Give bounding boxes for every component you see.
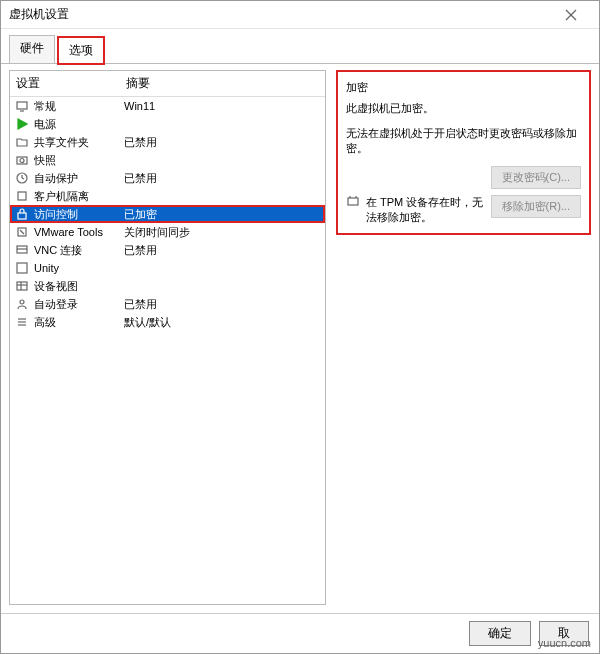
encryption-status: 此虚拟机已加密。 bbox=[346, 101, 581, 116]
item-summary: 已禁用 bbox=[124, 135, 321, 150]
camera-icon bbox=[14, 153, 30, 167]
unity-icon bbox=[14, 261, 30, 275]
detail-panel: 加密 此虚拟机已加密。 无法在虚拟机处于开启状态时更改密码或移除加密。 更改密码… bbox=[336, 70, 591, 605]
list-item[interactable]: VMware Tools关闭时间同步 bbox=[10, 223, 325, 241]
list-item[interactable]: 访问控制已加密 bbox=[10, 205, 325, 223]
item-summary: 已加密 bbox=[124, 207, 321, 222]
encryption-section: 加密 此虚拟机已加密。 无法在虚拟机处于开启状态时更改密码或移除加密。 更改密码… bbox=[336, 70, 591, 235]
settings-window: 虚拟机设置 硬件 选项 设置 摘要 常规Win11电源共享文件夹已禁用快照自动保… bbox=[0, 0, 600, 654]
remove-encryption-button: 移除加密(R)... bbox=[491, 195, 581, 218]
item-name: 共享文件夹 bbox=[34, 135, 124, 150]
list-item[interactable]: 高级默认/默认 bbox=[10, 313, 325, 331]
ok-button[interactable]: 确定 bbox=[469, 621, 531, 646]
change-password-button: 更改密码(C)... bbox=[491, 166, 581, 189]
tools-icon bbox=[14, 225, 30, 239]
close-icon bbox=[565, 9, 577, 21]
list-item[interactable]: 共享文件夹已禁用 bbox=[10, 133, 325, 151]
item-summary: Win11 bbox=[124, 100, 321, 112]
svg-rect-2 bbox=[17, 102, 27, 109]
advanced-icon bbox=[14, 315, 30, 329]
item-name: VNC 连接 bbox=[34, 243, 124, 258]
svg-rect-11 bbox=[18, 213, 26, 219]
titlebar: 虚拟机设置 bbox=[1, 1, 599, 29]
svg-line-13 bbox=[20, 230, 24, 234]
list-item[interactable]: 自动登录已禁用 bbox=[10, 295, 325, 313]
item-name: 自动登录 bbox=[34, 297, 124, 312]
login-icon bbox=[14, 297, 30, 311]
tab-options[interactable]: 选项 bbox=[57, 36, 105, 65]
list-header: 设置 摘要 bbox=[10, 71, 325, 97]
item-name: 快照 bbox=[34, 153, 124, 168]
settings-list-panel: 设置 摘要 常规Win11电源共享文件夹已禁用快照自动保护已禁用客户机隔离访问控… bbox=[9, 70, 326, 605]
list-item[interactable]: 设备视图 bbox=[10, 277, 325, 295]
item-summary: 已禁用 bbox=[124, 297, 321, 312]
tpm-note: 在 TPM 设备存在时，无法移除加密。 bbox=[366, 195, 485, 225]
encryption-note: 无法在虚拟机处于开启状态时更改密码或移除加密。 bbox=[346, 126, 581, 156]
header-name: 设置 bbox=[10, 71, 120, 96]
svg-rect-10 bbox=[18, 192, 26, 200]
item-name: 访问控制 bbox=[34, 207, 124, 222]
svg-point-20 bbox=[20, 300, 24, 304]
watermark: yuucn.com bbox=[538, 637, 591, 649]
header-summary: 摘要 bbox=[120, 71, 325, 96]
item-summary: 已禁用 bbox=[124, 243, 321, 258]
list-item[interactable]: VNC 连接已禁用 bbox=[10, 241, 325, 259]
list-item[interactable]: 电源 bbox=[10, 115, 325, 133]
svg-marker-4 bbox=[18, 119, 27, 129]
close-button[interactable] bbox=[551, 1, 591, 29]
list-item[interactable]: 客户机隔离 bbox=[10, 187, 325, 205]
window-title: 虚拟机设置 bbox=[9, 6, 69, 23]
section-title: 加密 bbox=[346, 80, 581, 95]
tab-bar: 硬件 选项 bbox=[1, 29, 599, 64]
list-body: 常规Win11电源共享文件夹已禁用快照自动保护已禁用客户机隔离访问控制已加密VM… bbox=[10, 97, 325, 604]
item-name: Unity bbox=[34, 262, 124, 274]
play-icon bbox=[14, 117, 30, 131]
svg-line-9 bbox=[22, 178, 24, 179]
item-name: 设备视图 bbox=[34, 279, 124, 294]
item-name: 电源 bbox=[34, 117, 124, 132]
svg-rect-24 bbox=[348, 198, 358, 205]
list-item[interactable]: 自动保护已禁用 bbox=[10, 169, 325, 187]
folder-icon bbox=[14, 135, 30, 149]
monitor-icon bbox=[14, 99, 30, 113]
svg-rect-17 bbox=[17, 282, 27, 290]
item-name: 客户机隔离 bbox=[34, 189, 124, 204]
item-summary: 已禁用 bbox=[124, 171, 321, 186]
item-name: 自动保护 bbox=[34, 171, 124, 186]
dialog-footer: 确定 取 bbox=[1, 613, 599, 653]
view-icon bbox=[14, 279, 30, 293]
tpm-icon bbox=[346, 195, 360, 207]
item-name: 常规 bbox=[34, 99, 124, 114]
content-area: 设置 摘要 常规Win11电源共享文件夹已禁用快照自动保护已禁用客户机隔离访问控… bbox=[1, 63, 599, 613]
tab-hardware[interactable]: 硬件 bbox=[9, 35, 55, 64]
list-item[interactable]: 常规Win11 bbox=[10, 97, 325, 115]
item-name: VMware Tools bbox=[34, 226, 124, 238]
clock-icon bbox=[14, 171, 30, 185]
lock-icon bbox=[14, 207, 30, 221]
item-summary: 默认/默认 bbox=[124, 315, 321, 330]
svg-point-6 bbox=[20, 159, 24, 163]
list-item[interactable]: 快照 bbox=[10, 151, 325, 169]
plugin-icon bbox=[14, 189, 30, 203]
vnc-icon bbox=[14, 243, 30, 257]
list-item[interactable]: Unity bbox=[10, 259, 325, 277]
item-name: 高级 bbox=[34, 315, 124, 330]
svg-rect-16 bbox=[17, 263, 27, 273]
item-summary: 关闭时间同步 bbox=[124, 225, 321, 240]
